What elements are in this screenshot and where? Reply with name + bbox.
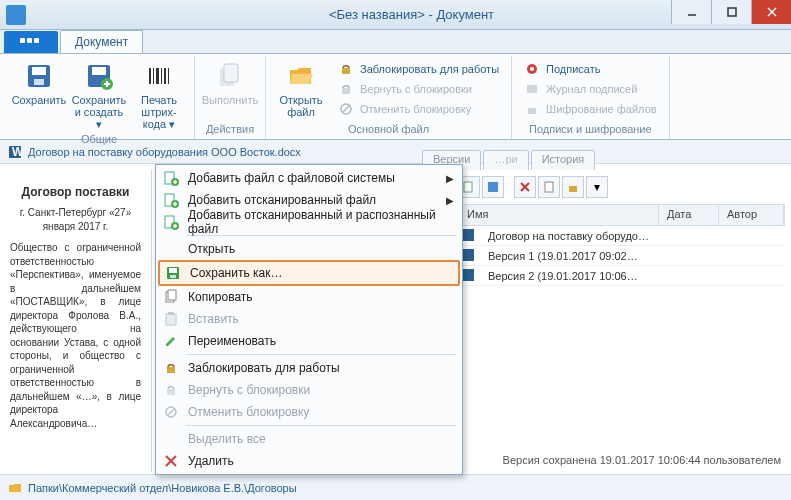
cmi-paste: Вставить [158,308,460,330]
svg-point-25 [530,67,534,71]
sign-icon [524,61,540,77]
version-footnote: Версия сохранена 19.01.2017 10:06:44 пол… [503,454,781,466]
cmi-open[interactable]: Открыть [158,238,460,260]
cmi-save-as[interactable]: Сохранить как… [158,260,460,286]
svg-rect-35 [569,186,577,192]
save-create-icon [83,60,115,92]
lock-icon [162,359,180,377]
system-menu-tab[interactable] [4,31,58,53]
encrypt-icon [524,101,540,117]
delete-icon [162,452,180,470]
group-actions-label: Действия [201,122,259,137]
svg-rect-59 [167,389,175,395]
tb-more-icon[interactable]: ▾ [586,176,608,198]
col-date[interactable]: Дата [659,205,719,225]
svg-rect-1 [728,8,736,16]
open-file-button[interactable]: Открыть файл [272,58,330,122]
cmi-rename[interactable]: Переименовать [158,330,460,352]
cmi-delete[interactable]: Удалить [158,450,460,472]
preview-pane: Договор поставки г. Санкт-Петербург «27»… [0,170,152,472]
svg-rect-16 [164,68,166,84]
menu-icon [20,38,42,46]
cancel-lock-icon [338,101,354,117]
svg-rect-27 [528,108,536,114]
svg-rect-34 [545,182,553,192]
save-label: Сохранить [12,94,67,106]
maximize-button[interactable] [711,0,751,24]
word-doc-icon: W [8,145,22,159]
tab-history[interactable]: История [531,150,596,172]
tb-delete-icon[interactable] [514,176,536,198]
title-bar: <Без названия> - Документ [0,0,791,30]
sign-label: Подписать [546,63,600,75]
barcode-icon [143,60,175,92]
add-scan-ocr-icon [162,213,180,231]
add-scan-icon [162,191,180,209]
cmi-select-all: Выделить все [158,428,460,450]
word-doc-icon [462,249,476,263]
svg-text:W: W [12,145,22,159]
svg-rect-57 [168,312,174,315]
unlock-icon [162,381,180,399]
cancel-lock-button: Отменить блокировку [334,100,503,118]
cmi-copy[interactable]: Копировать [158,286,460,308]
svg-line-61 [168,409,174,415]
svg-rect-17 [168,68,169,84]
unlock-button: Вернуть с блокировки [334,80,503,98]
cmi-cancel-lock: Отменить блокировку [158,401,460,423]
lock-icon [338,61,354,77]
save-and-create-button[interactable]: Сохранить и создать ▾ [70,58,128,132]
ribbon-tabs: Документ [0,30,791,54]
preview-body: Общество с ограниченной ответственностью… [10,241,141,430]
svg-line-23 [343,106,349,112]
cmi-add-scan-ocr[interactable]: Добавить отсканированный и распознанный … [158,211,460,233]
word-doc-icon [462,229,476,243]
unlock-label: Вернуть с блокировки [360,83,472,95]
execute-label: Выполнить [202,94,258,106]
sign-journal-button: Журнал подписей [520,80,661,98]
versions-toolbar: ▾ [458,176,785,200]
svg-rect-12 [149,68,151,84]
group-sign-label: Подписи и шифрование [518,122,663,137]
add-file-icon [162,169,180,187]
close-button[interactable] [751,0,791,24]
save-button[interactable]: Сохранить [10,58,68,132]
list-item[interactable]: Договор на поставку оборудо… [458,226,785,246]
tb-lock-icon[interactable] [562,176,584,198]
svg-rect-13 [153,68,154,84]
sign-button[interactable]: Подписать [520,60,661,78]
encrypt-button: Шифрование файлов [520,100,661,118]
execute-button: Выполнить [201,58,259,122]
submenu-arrow-icon: ▶ [446,195,454,206]
ribbon: Сохранить Сохранить и создать ▾ Печать ш… [0,54,791,140]
group-mainfile-label: Основной файл [272,122,505,137]
submenu-arrow-icon: ▶ [446,173,454,184]
list-item[interactable]: Версия 1 (19.01.2017 09:02… [458,246,785,266]
cmi-add-file[interactable]: Добавить файл с файловой системы ▶ [158,167,460,189]
cancel-lock-icon [162,403,180,421]
tb-doc-icon[interactable] [538,176,560,198]
tab-document[interactable]: Документ [60,30,143,53]
col-name[interactable]: Имя [459,205,659,225]
svg-rect-19 [224,64,238,82]
context-menu: Добавить файл с файловой системы ▶ Добав… [155,164,463,475]
cancel-lock-label: Отменить блокировку [360,103,471,115]
barcode-button[interactable]: Печать штрих-кода ▾ [130,58,188,132]
tb-save-icon[interactable] [482,176,504,198]
lock-button[interactable]: Заблокировать для работы [334,60,503,78]
svg-rect-36 [462,229,474,241]
execute-icon [214,60,246,92]
cmi-lock[interactable]: Заблокировать для работы [158,357,460,379]
svg-rect-5 [32,67,46,75]
rename-icon [162,332,180,350]
col-author[interactable]: Автор [719,205,784,225]
versions-header: Имя Дата Автор [458,204,785,226]
svg-rect-26 [527,85,537,93]
save-as-icon [164,264,182,282]
minimize-button[interactable] [671,0,711,24]
svg-rect-37 [462,249,474,261]
document-name[interactable]: Договор на поставку оборудования ООО Вос… [28,146,301,158]
preview-city: г. Санкт-Петербург «27» января 2017 г. [10,206,141,233]
status-path: Папки\Коммерческий отдел\Новикова Е.В.\Д… [28,482,297,494]
list-item[interactable]: Версия 2 (19.01.2017 10:06… [458,266,785,286]
